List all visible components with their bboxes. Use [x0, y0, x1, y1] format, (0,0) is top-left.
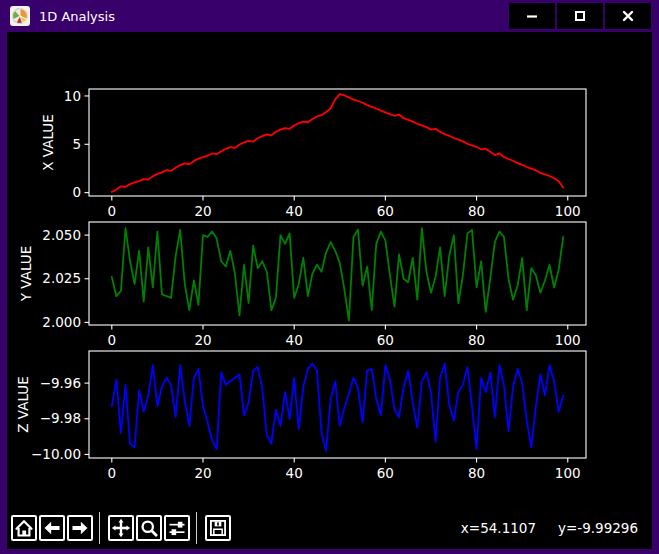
back-button[interactable] [39, 515, 65, 541]
close-icon [620, 8, 636, 24]
magnifier-icon [139, 517, 159, 539]
axes-box [89, 89, 586, 196]
data-line [112, 94, 563, 192]
arrow-left-icon [42, 517, 62, 539]
x-tick-label: 100 [555, 465, 581, 481]
move-icon [111, 517, 131, 539]
y-tick-label: −9.96 [40, 375, 81, 391]
navigation-toolbar: x=54.1107 y=-9.99296 [7, 507, 652, 549]
figure-canvas[interactable]: 0204060801000510X VALUE0204060801002.000… [7, 32, 652, 507]
x-tick-label: 100 [555, 203, 581, 219]
axes-box [89, 222, 586, 325]
minimize-icon [524, 8, 540, 24]
maximize-button[interactable] [557, 3, 603, 29]
window: 1D Analysis 0204060801000510X VALUE02040 [0, 0, 659, 554]
y-tick-label: 0 [72, 184, 81, 200]
window-controls [509, 3, 651, 29]
subplot-y-value[interactable]: 0204060801002.0002.0252.050Y VALUE [18, 222, 586, 348]
close-button[interactable] [605, 3, 651, 29]
data-line [112, 363, 563, 450]
y-axis-label: Y VALUE [18, 246, 34, 302]
y-tick-label: 5 [72, 136, 81, 152]
home-icon [14, 517, 34, 539]
figure-svg[interactable]: 0204060801000510X VALUE0204060801002.000… [7, 32, 652, 507]
cursor-y-readout: y=-9.99296 [558, 520, 638, 536]
subplot-z-value[interactable]: 020406080100−10.00−9.98−9.96Z VALUE [15, 351, 586, 481]
x-tick-label: 60 [377, 465, 394, 481]
arrow-right-icon [70, 517, 90, 539]
toolbar-separator [196, 512, 197, 544]
x-tick-label: 60 [377, 203, 394, 219]
y-tick-label: −10.00 [31, 446, 81, 462]
x-tick-label: 0 [108, 465, 117, 481]
home-button[interactable] [11, 515, 37, 541]
x-tick-label: 40 [286, 465, 303, 481]
cursor-readout: x=54.1107 y=-9.99296 [461, 507, 638, 549]
minimize-button[interactable] [509, 3, 555, 29]
y-tick-label: −9.98 [40, 410, 81, 426]
pan-button[interactable] [108, 515, 134, 541]
y-axis-label: Z VALUE [15, 376, 31, 432]
x-tick-label: 0 [108, 203, 117, 219]
x-tick-label: 20 [194, 203, 211, 219]
x-tick-label: 100 [555, 332, 581, 348]
matplotlib-logo-icon [10, 6, 30, 26]
zoom-button[interactable] [136, 515, 162, 541]
sliders-icon [167, 517, 187, 539]
x-tick-label: 40 [286, 332, 303, 348]
x-tick-label: 80 [468, 203, 485, 219]
x-tick-label: 60 [377, 332, 394, 348]
window-title: 1D Analysis [39, 9, 115, 24]
maximize-icon [572, 8, 588, 24]
toolbar-separator [99, 512, 100, 544]
cursor-x-readout: x=54.1107 [461, 520, 536, 536]
window-frame: 0204060801000510X VALUE0204060801002.000… [0, 32, 659, 554]
x-tick-label: 40 [286, 203, 303, 219]
x-tick-label: 80 [468, 465, 485, 481]
floppy-icon [208, 517, 228, 539]
titlebar[interactable]: 1D Analysis [0, 0, 659, 32]
configure-subplots-button[interactable] [164, 515, 190, 541]
y-tick-label: 2.000 [42, 314, 81, 330]
subplot-x-value[interactable]: 0204060801000510X VALUE [40, 88, 586, 219]
y-tick-label: 2.025 [42, 270, 81, 286]
x-tick-label: 20 [194, 332, 211, 348]
y-axis-label: X VALUE [40, 114, 56, 170]
y-tick-label: 2.050 [42, 227, 81, 243]
y-tick-label: 10 [64, 88, 81, 104]
forward-button[interactable] [67, 515, 93, 541]
x-tick-label: 80 [468, 332, 485, 348]
x-tick-label: 20 [194, 465, 211, 481]
save-button[interactable] [205, 515, 231, 541]
data-line [112, 228, 563, 321]
x-tick-label: 0 [108, 332, 117, 348]
